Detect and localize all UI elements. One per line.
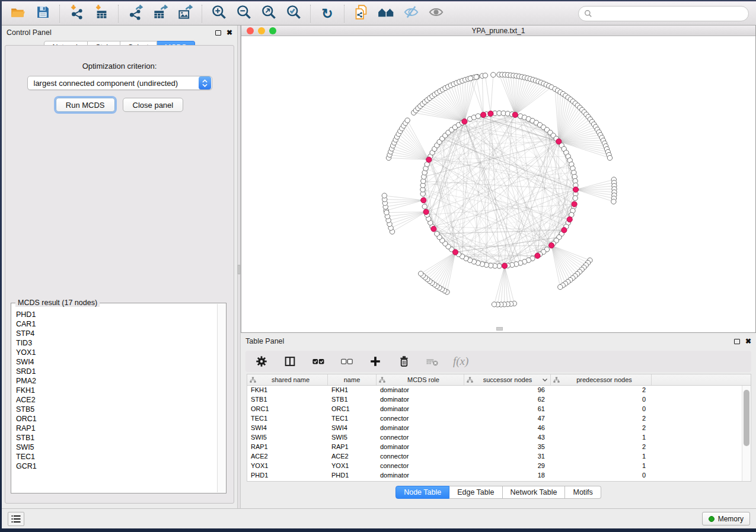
table-cell[interactable]: 29 xyxy=(464,462,551,471)
table-cell[interactable]: TEC1 xyxy=(328,414,377,424)
mcds-result-node[interactable]: TID3 xyxy=(16,338,216,348)
column-header-mcds-role[interactable]: MCDS role xyxy=(377,374,464,385)
table-cell[interactable]: STB1 xyxy=(247,395,328,405)
table-cell[interactable]: dominator xyxy=(377,471,464,480)
duplicate-network-button[interactable] xyxy=(351,4,371,23)
zoom-fit-button[interactable] xyxy=(259,4,279,23)
table-cell[interactable]: ORC1 xyxy=(328,405,377,414)
mcds-result-node[interactable]: STB1 xyxy=(16,433,216,443)
table-cell[interactable]: 43 xyxy=(464,433,551,443)
sort-chevron-icon[interactable] xyxy=(542,378,548,382)
close-panel-icon[interactable]: ✖ xyxy=(745,338,751,344)
table-cell[interactable] xyxy=(652,452,742,462)
tab-motifs[interactable]: Motifs xyxy=(565,486,601,499)
table-cell[interactable]: RAP1 xyxy=(247,443,328,452)
table-cell[interactable]: PHD1 xyxy=(247,471,328,480)
table-cell[interactable]: 47 xyxy=(464,414,551,424)
table-cell[interactable]: 61 xyxy=(464,405,551,414)
table-cell[interactable]: dominator xyxy=(377,443,464,452)
table-cell[interactable]: RAP1 xyxy=(328,443,377,452)
table-cell[interactable]: 0 xyxy=(551,395,652,405)
table-row[interactable]: FKH1FKH1dominator962 xyxy=(247,386,742,395)
table-row[interactable]: ORC1ORC1dominator610 xyxy=(247,405,742,414)
close-panel-icon[interactable]: ✖ xyxy=(227,30,232,36)
table-cell[interactable]: 2 xyxy=(551,443,652,452)
table-cell[interactable]: PHD1 xyxy=(328,471,377,480)
table-cell[interactable]: dominator xyxy=(377,395,464,405)
network-canvas[interactable] xyxy=(241,36,755,332)
table-cell[interactable] xyxy=(652,424,742,433)
table-cell[interactable]: 46 xyxy=(464,424,551,433)
table-cell[interactable]: SWI4 xyxy=(247,424,328,433)
table-cell[interactable]: 1 xyxy=(551,433,652,443)
divider-handle-icon[interactable] xyxy=(238,265,240,274)
split-view-icon[interactable] xyxy=(282,354,298,369)
table-cell[interactable] xyxy=(652,471,742,480)
open-button[interactable] xyxy=(8,4,28,23)
table-row[interactable]: RAP1RAP1dominator352 xyxy=(247,443,742,452)
memory-button[interactable]: Memory xyxy=(702,512,750,525)
table-cell[interactable]: FKH1 xyxy=(328,386,377,395)
table-scrollbar[interactable] xyxy=(742,386,751,481)
table-row[interactable]: TEC1TEC1connector472 xyxy=(247,414,742,424)
table-row[interactable]: STB1STB1dominator620 xyxy=(247,395,742,405)
import-table-button[interactable] xyxy=(91,4,111,23)
float-panel-icon[interactable] xyxy=(734,339,740,344)
import-network-button[interactable] xyxy=(66,4,87,23)
table-cell[interactable]: SWI4 xyxy=(328,424,377,433)
hide-selected-button[interactable] xyxy=(401,4,421,23)
export-image-button[interactable] xyxy=(175,4,195,23)
table-cell[interactable]: 35 xyxy=(464,443,551,452)
table-cell[interactable]: dominator xyxy=(377,386,464,395)
mcds-result-node[interactable]: STB5 xyxy=(16,405,216,414)
table-cell[interactable]: 2 xyxy=(551,424,652,433)
export-table-button[interactable] xyxy=(150,4,170,23)
mcds-result-node[interactable]: ACE2 xyxy=(16,395,216,405)
canvas-scroll-handle[interactable] xyxy=(496,327,503,331)
mcds-result-node[interactable]: SWI4 xyxy=(16,357,216,367)
table-cell[interactable]: FKH1 xyxy=(247,386,328,395)
select-all-icon[interactable] xyxy=(311,354,326,369)
table-cell[interactable]: 18 xyxy=(464,471,551,480)
export-network-button[interactable] xyxy=(125,4,145,23)
table-cell[interactable]: 2 xyxy=(551,386,652,395)
table-cell[interactable] xyxy=(652,462,742,471)
mcds-result-node[interactable]: SRD1 xyxy=(16,367,216,376)
mcds-result-scrollbar[interactable] xyxy=(217,304,225,492)
table-cell[interactable]: ORC1 xyxy=(247,405,328,414)
mcds-result-node[interactable]: ORC1 xyxy=(16,414,216,424)
table-row[interactable]: SWI5SWI5connector431 xyxy=(247,433,742,443)
table-cell[interactable]: YOX1 xyxy=(328,462,377,471)
mcds-result-node[interactable]: PMA2 xyxy=(16,376,216,386)
table-cell[interactable]: dominator xyxy=(377,424,464,433)
zoom-selected-button[interactable] xyxy=(283,4,304,23)
refresh-button[interactable]: ↻ xyxy=(317,4,337,23)
zoom-in-button[interactable] xyxy=(209,4,229,23)
mcds-result-node[interactable]: SWI5 xyxy=(16,443,216,452)
table-cell[interactable]: connector xyxy=(377,414,464,424)
tab-network-table[interactable]: Network Table xyxy=(503,486,566,499)
column-header-successor-nodes[interactable]: successor nodes xyxy=(464,374,551,385)
optimization-select[interactable]: largest connected component (undirected) xyxy=(27,76,212,90)
table-cell[interactable]: 0 xyxy=(551,405,652,414)
table-scrollbar-thumb[interactable] xyxy=(744,390,749,446)
table-cell[interactable]: connector xyxy=(377,452,464,462)
table-cell[interactable]: 0 xyxy=(551,471,652,480)
table-cell[interactable]: TEC1 xyxy=(247,414,328,424)
first-neighbors-button[interactable] xyxy=(376,4,396,23)
table-row[interactable]: SWI4SWI4dominator462 xyxy=(247,424,742,433)
column-header-shared-name[interactable]: shared name xyxy=(247,374,328,385)
table-cell[interactable]: 2 xyxy=(551,414,652,424)
table-cell[interactable]: connector xyxy=(377,462,464,471)
mcds-result-list[interactable]: PHD1CAR1STP4TID3YOX1SWI4SRD1PMA2FKH1ACE2… xyxy=(12,305,216,492)
gear-icon[interactable] xyxy=(254,354,269,369)
table-cell[interactable] xyxy=(652,414,742,424)
column-header-name[interactable]: name xyxy=(328,374,377,385)
table-cell[interactable]: ACE2 xyxy=(247,452,328,462)
mcds-result-node[interactable]: PHD1 xyxy=(16,310,216,319)
network-graph[interactable] xyxy=(241,36,755,332)
table-cell[interactable]: dominator xyxy=(377,405,464,414)
table-cell[interactable]: 62 xyxy=(464,395,551,405)
node-table-body[interactable]: FKH1FKH1dominator962STB1STB1dominator620… xyxy=(247,386,742,481)
mcds-result-node[interactable]: CAR1 xyxy=(16,319,216,329)
